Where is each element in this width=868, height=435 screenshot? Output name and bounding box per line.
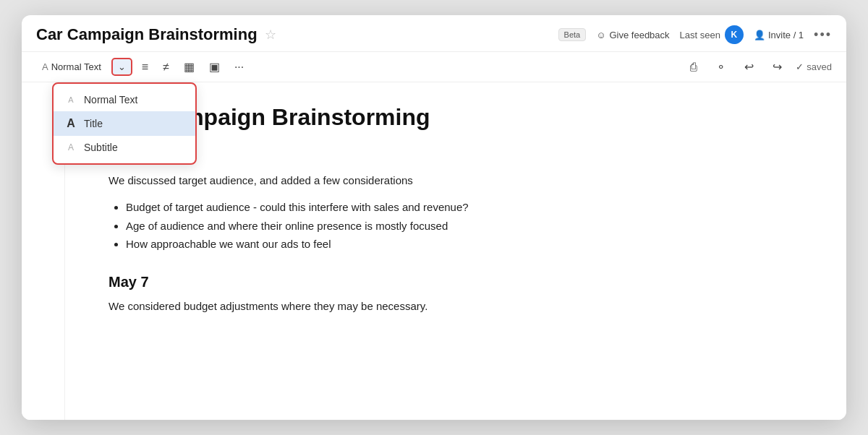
header-left: Car Campaign Brainstorming ☆: [36, 25, 276, 44]
saved-status: ✓ saved: [796, 61, 832, 72]
give-feedback-button[interactable]: ☺ Give feedback: [596, 30, 669, 40]
search-button[interactable]: ⚬: [711, 56, 731, 77]
normal-text-icon: A: [65, 95, 77, 104]
chevron-down-icon: ⌄: [118, 61, 126, 72]
bullet-list-button[interactable]: ≡: [137, 57, 153, 77]
normal-text-label: Normal Text: [84, 94, 184, 105]
toolbar: A Normal Text ⌄ ≡ ≠ ▦ ▣ ··· ⎙ ⚬: [22, 52, 846, 82]
search-icon: ⚬: [716, 60, 726, 74]
section-date-may7: May 7: [109, 274, 760, 290]
section-date-may4: May 4: [109, 148, 760, 165]
title-icon: A: [65, 117, 77, 130]
undo-button[interactable]: ↩: [739, 56, 759, 77]
text-style-label: Normal Text: [51, 61, 101, 72]
embed-button[interactable]: ▣: [204, 56, 225, 77]
subtitle-icon: A: [65, 142, 77, 152]
feedback-icon: ☺: [596, 30, 605, 40]
list-item: Budget of target audience - could this i…: [126, 198, 760, 217]
undo-icon: ↩: [744, 60, 754, 74]
text-style-selector: A Normal Text: [36, 59, 107, 75]
image-icon: ▦: [184, 60, 195, 74]
embed-icon: ▣: [209, 60, 220, 74]
check-icon: ✓: [796, 61, 804, 72]
print-icon: ⎙: [690, 61, 697, 74]
list-item: How approachable we want our ads to feel: [126, 235, 760, 254]
more-formatting-button[interactable]: ···: [229, 57, 249, 77]
text-style-a-icon: A: [42, 61, 48, 72]
right-margin: [803, 82, 846, 420]
app-window: Car Campaign Brainstorming ☆ Beta ☺ Give…: [22, 15, 846, 420]
list-item: Age of audience and where their online p…: [126, 217, 760, 236]
invite-button[interactable]: 👤 Invite / 1: [754, 30, 804, 40]
subtitle-label: Subtitle: [84, 142, 184, 153]
title-label: Title: [84, 118, 184, 129]
ordered-list-icon: ≠: [163, 61, 169, 74]
text-style-dropdown-menu: A Normal Text A Title A Subtitle: [52, 82, 197, 165]
bullet-list-may4: Budget of target audience - could this i…: [126, 198, 760, 254]
header-right: Beta ☺ Give feedback Last seen K 👤 Invit…: [558, 25, 832, 44]
section-body-may4: We discussed target audience, and added …: [109, 172, 760, 189]
toolbar-right: ⎙ ⚬ ↩ ↪ ✓ saved: [685, 56, 832, 77]
section-may4: May 4 We discussed target audience, and …: [109, 148, 760, 254]
star-icon[interactable]: ☆: [265, 27, 276, 43]
more-options-button[interactable]: •••: [814, 27, 832, 43]
redo-icon: ↪: [773, 60, 782, 74]
beta-badge: Beta: [558, 28, 587, 41]
person-icon: 👤: [754, 30, 765, 40]
dropdown-item-normal-text[interactable]: A Normal Text: [54, 88, 195, 111]
ordered-list-button[interactable]: ≠: [158, 57, 174, 77]
last-seen: Last seen K: [680, 25, 744, 44]
section-body-may7: We considered budget adjustments where t…: [109, 298, 760, 315]
avatar: K: [725, 25, 744, 44]
print-button[interactable]: ⎙: [685, 57, 702, 77]
document-title: Car Campaign Brainstorming: [109, 104, 760, 131]
redo-button[interactable]: ↪: [767, 56, 787, 77]
section-may7: May 7 We considered budget adjustments w…: [109, 274, 760, 315]
text-style-dropdown-button[interactable]: ⌄: [111, 58, 132, 76]
page-title: Car Campaign Brainstorming: [36, 25, 258, 44]
image-button[interactable]: ▦: [179, 56, 200, 77]
more-formatting-icon: ···: [234, 61, 244, 74]
dropdown-item-title[interactable]: A Title: [54, 111, 195, 136]
bullet-list-icon: ≡: [142, 61, 148, 74]
header: Car Campaign Brainstorming ☆ Beta ☺ Give…: [22, 15, 846, 52]
dropdown-item-subtitle[interactable]: A Subtitle: [54, 136, 195, 159]
